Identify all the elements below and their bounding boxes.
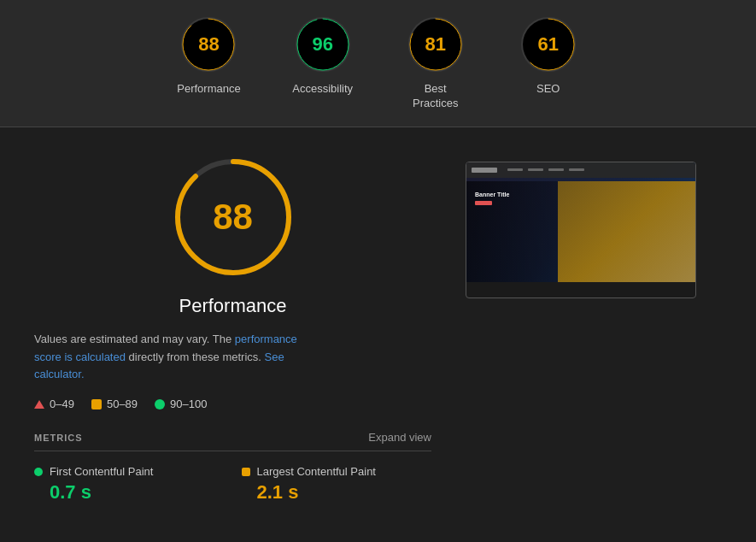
score-circle-best-practices: 81 [405,14,466,75]
best-practices-score: 81 [425,33,445,56]
score-circle-performance: 88 [178,14,239,75]
thumbnail-hero-text: Banner Title [475,191,509,205]
legend-orange: 50–89 [91,398,138,410]
fcp-name-row: First Contentful Paint [34,465,225,478]
page-preview-thumbnail: Banner Title [466,162,696,298]
lcp-name-row: Largest Contentful Paint [242,465,432,478]
thumbnail-nav [466,162,695,178]
metric-fcp: First Contentful Paint 0.7 s [34,465,225,504]
thumbnail-nav-links [507,168,584,171]
green-circle-icon [155,399,165,409]
score-item-accessibility[interactable]: 96 Accessibility [292,14,354,97]
legend-orange-label: 50–89 [107,398,138,410]
score-item-best-practices[interactable]: 81 BestPractices [405,14,466,111]
thumbnail-banner-title: Banner Title [475,191,509,197]
seo-label: SEO [536,82,560,97]
big-score-circle: 88 [169,153,297,281]
score-circle-seo: 61 [518,14,579,75]
lcp-orange-dot [242,468,250,476]
nav-link-2 [528,168,543,171]
thumbnail-hero-image [558,181,695,282]
orange-square-icon [91,399,102,409]
legend-green: 90–100 [155,398,207,410]
legend-red: 0–49 [34,398,74,410]
fcp-value: 0.7 s [34,481,225,504]
legend-green-label: 90–100 [170,398,207,410]
performance-label: Performance [177,82,240,97]
description-text1: Values are estimated and may vary. The [34,333,235,345]
accessibility-label: Accessibility [292,82,353,97]
red-triangle-icon [34,400,44,409]
main-content: 88 Performance Values are estimated and … [0,127,756,521]
description-text: Values are estimated and may vary. The p… [34,331,325,384]
thumbnail-content: Banner Title [466,162,695,282]
metrics-grid: First Contentful Paint 0.7 s Largest Con… [34,465,431,504]
legend-red-label: 0–49 [50,398,74,410]
nav-link-4 [569,168,584,171]
score-item-performance[interactable]: 88 Performance [177,14,240,97]
legend: 0–49 50–89 90–100 [34,398,431,410]
nav-link-1 [507,168,523,171]
left-panel: 88 Performance Values are estimated and … [34,153,431,504]
thumbnail-hero: Banner Title [466,181,695,282]
performance-score: 88 [198,33,219,56]
right-panel: Banner Title [466,153,722,504]
description-text2: directly from these metrics. [129,351,265,363]
fcp-label: First Contentful Paint [50,465,153,478]
big-score-section: 88 Performance [34,153,431,317]
metrics-label: METRICS [34,433,83,443]
metric-lcp: Largest Contentful Paint 2.1 s [242,465,432,504]
best-practices-label: BestPractices [413,82,458,111]
top-bar: 88 Performance 96 Accessibility 81 BestP… [0,0,756,127]
nav-link-3 [548,168,564,171]
metrics-header: METRICS Expand view [34,431,431,451]
accessibility-score: 96 [312,33,332,56]
fcp-green-dot [34,468,43,476]
score-item-seo[interactable]: 61 SEO [518,14,579,97]
seo-score: 61 [537,33,558,56]
thumbnail-cta-button [475,201,492,205]
score-circle-accessibility: 96 [292,14,354,75]
lcp-label: Largest Contentful Paint [257,465,376,478]
lcp-value: 2.1 s [242,481,432,504]
big-performance-label: Performance [179,295,287,317]
expand-view-button[interactable]: Expand view [368,431,431,444]
big-performance-score: 88 [213,197,253,238]
thumbnail-logo [472,168,497,173]
